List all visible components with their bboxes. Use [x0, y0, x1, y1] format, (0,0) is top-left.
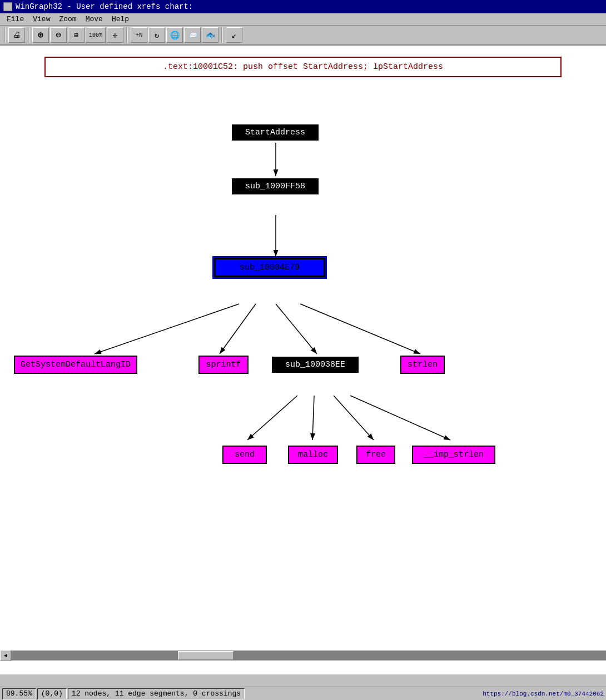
- edge-sub79-to-sub38: [276, 304, 317, 354]
- node-malloc[interactable]: malloc: [288, 446, 338, 464]
- node-sub-100038EE[interactable]: sub_100038EE: [271, 356, 360, 374]
- toolbar-sep-4: [221, 27, 223, 43]
- toolbar: 🖨 ⊕ ⊖ ⊞ 100% ✛ +N ↻ 🌐 📨 🐟 ↙: [0, 26, 606, 46]
- nav-in-button[interactable]: +N: [131, 27, 147, 43]
- menu-view[interactable]: View: [28, 14, 54, 24]
- print-button[interactable]: 🖨: [8, 27, 25, 43]
- horizontal-scrollbar[interactable]: ◄: [0, 650, 606, 661]
- canvas-area[interactable]: .text:10001C52: push offset StartAddress…: [0, 46, 606, 674]
- fit-button[interactable]: ⊞: [68, 27, 85, 43]
- menu-move[interactable]: Move: [81, 14, 107, 24]
- node-start-address[interactable]: StartAddress: [231, 123, 320, 142]
- zoom-in-button[interactable]: ⊕: [32, 27, 49, 43]
- zoom-100-button[interactable]: 100%: [86, 27, 106, 43]
- zoom-out-button[interactable]: ⊖: [50, 27, 67, 43]
- globe-button[interactable]: 🌐: [166, 27, 183, 43]
- refresh-button[interactable]: ↻: [148, 27, 165, 43]
- toolbar-sep-2: [28, 27, 29, 43]
- status-bar: 89.55% (0,0) 12 nodes, 11 edge segments,…: [0, 687, 606, 700]
- edge-sub79-to-strlen: [300, 304, 420, 354]
- send-button[interactable]: 📨: [184, 27, 201, 43]
- status-info: 12 nodes, 11 edge segments, 0 crossings: [68, 688, 245, 699]
- scroll-track[interactable]: [11, 651, 606, 660]
- node-send[interactable]: send: [222, 446, 267, 464]
- node-free[interactable]: free: [356, 446, 395, 464]
- node-sub-1000FF58[interactable]: sub_1000FF58: [231, 177, 320, 196]
- node-imp-strlen[interactable]: __imp_strlen: [412, 446, 495, 464]
- status-zoom: 89.55%: [2, 688, 36, 699]
- edge-sub79-to-getsystem: [95, 304, 239, 354]
- crosshair-button[interactable]: ✛: [107, 27, 123, 43]
- menu-file[interactable]: File: [2, 14, 28, 24]
- node-strlen[interactable]: strlen: [400, 356, 445, 374]
- edge-sub38-to-imp-strlen: [350, 396, 450, 440]
- toolbar-sep-3: [126, 27, 128, 43]
- scroll-thumb[interactable]: [178, 651, 234, 660]
- edge-sub38-to-send: [247, 396, 297, 440]
- toolbar-sep-1: [4, 27, 6, 43]
- edge-sub38-to-free: [334, 396, 374, 440]
- fish-button[interactable]: 🐟: [202, 27, 218, 43]
- node-sprintf[interactable]: sprintf: [198, 356, 249, 374]
- status-url: https://blog.csdn.net/m0_37442062: [483, 691, 604, 697]
- menu-bar: File View Zoom Move Help: [0, 13, 606, 26]
- menu-zoom[interactable]: Zoom: [54, 14, 81, 24]
- window-icon: [3, 2, 12, 11]
- arrow-button[interactable]: ↙: [226, 27, 242, 43]
- edge-sub38-to-malloc: [312, 396, 314, 440]
- menu-help[interactable]: Help: [107, 14, 133, 24]
- edge-sub79-to-sprintf: [220, 304, 256, 354]
- node-getsystem-default-lang-id[interactable]: GetSystemDefaultLangID: [14, 356, 137, 374]
- window-title: WinGraph32 - User defined xrefs chart:: [16, 2, 193, 11]
- node-sub-10004E79[interactable]: sub_10004E79: [214, 258, 325, 277]
- status-coords: (0,0): [37, 688, 67, 699]
- title-bar: WinGraph32 - User defined xrefs chart:: [0, 0, 606, 13]
- scroll-left-button[interactable]: ◄: [0, 650, 11, 661]
